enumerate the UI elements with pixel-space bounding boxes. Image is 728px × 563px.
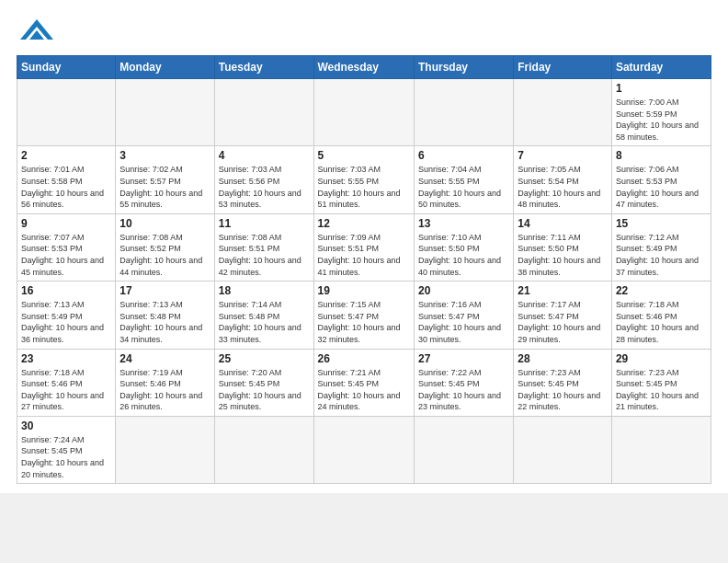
calendar-cell: 7Sunrise: 7:05 AM Sunset: 5:54 PM Daylig… [514,146,612,213]
day-info: Sunrise: 7:10 AM Sunset: 5:50 PM Dayligh… [418,232,509,278]
day-number: 29 [616,352,707,365]
weekday-header-thursday: Thursday [414,56,513,79]
day-number: 2 [21,149,111,162]
day-number: 12 [318,217,410,230]
weekday-header-row: SundayMondayTuesdayWednesdayThursdayFrid… [17,56,711,79]
week-row-1: 2Sunrise: 7:01 AM Sunset: 5:58 PM Daylig… [17,146,711,213]
day-info: Sunrise: 7:02 AM Sunset: 5:57 PM Dayligh… [119,164,210,210]
day-info: Sunrise: 7:08 AM Sunset: 5:51 PM Dayligh… [219,232,310,278]
day-info: Sunrise: 7:17 AM Sunset: 5:47 PM Dayligh… [518,299,608,345]
day-info: Sunrise: 7:22 AM Sunset: 5:45 PM Dayligh… [418,367,509,413]
day-number: 7 [518,149,608,162]
calendar-cell: 27Sunrise: 7:22 AM Sunset: 5:45 PM Dayli… [414,349,513,416]
calendar-cell [116,79,214,146]
calendar-cell: 22Sunrise: 7:18 AM Sunset: 5:46 PM Dayli… [611,282,711,349]
calendar-cell [414,416,513,483]
day-info: Sunrise: 7:07 AM Sunset: 5:53 PM Dayligh… [21,232,111,278]
calendar-cell: 5Sunrise: 7:03 AM Sunset: 5:55 PM Daylig… [313,146,414,213]
calendar-cell: 2Sunrise: 7:01 AM Sunset: 5:58 PM Daylig… [17,146,116,213]
day-info: Sunrise: 7:11 AM Sunset: 5:50 PM Dayligh… [518,232,608,278]
weekday-header-wednesday: Wednesday [313,56,414,79]
day-number: 19 [318,284,410,297]
calendar-cell: 24Sunrise: 7:19 AM Sunset: 5:46 PM Dayli… [116,349,214,416]
day-info: Sunrise: 7:05 AM Sunset: 5:54 PM Dayligh… [518,164,608,210]
day-number: 1 [616,82,707,95]
page: SundayMondayTuesdayWednesdayThursdayFrid… [0,0,728,493]
calendar-cell [313,416,414,483]
day-number: 6 [418,149,509,162]
day-number: 17 [119,284,210,297]
calendar-cell: 21Sunrise: 7:17 AM Sunset: 5:47 PM Dayli… [514,282,612,349]
calendar-cell [116,416,214,483]
calendar-cell [514,416,612,483]
day-info: Sunrise: 7:24 AM Sunset: 5:45 PM Dayligh… [21,434,111,480]
day-number: 14 [518,217,608,230]
day-number: 3 [119,149,210,162]
logo [17,17,53,46]
week-row-3: 16Sunrise: 7:13 AM Sunset: 5:49 PM Dayli… [17,282,711,349]
calendar-cell [17,79,116,146]
calendar-cell: 25Sunrise: 7:20 AM Sunset: 5:45 PM Dayli… [214,349,313,416]
day-number: 24 [119,352,210,365]
weekday-header-saturday: Saturday [611,56,711,79]
day-info: Sunrise: 7:14 AM Sunset: 5:48 PM Dayligh… [219,299,310,345]
day-info: Sunrise: 7:00 AM Sunset: 5:59 PM Dayligh… [616,97,707,143]
calendar-cell: 11Sunrise: 7:08 AM Sunset: 5:51 PM Dayli… [214,213,313,281]
week-row-4: 23Sunrise: 7:18 AM Sunset: 5:46 PM Dayli… [17,349,711,416]
calendar-cell [514,79,612,146]
calendar-cell [214,79,313,146]
weekday-header-tuesday: Tuesday [214,56,313,79]
weekday-header-friday: Friday [514,56,612,79]
calendar-cell: 12Sunrise: 7:09 AM Sunset: 5:51 PM Dayli… [313,213,414,281]
week-row-0: 1Sunrise: 7:00 AM Sunset: 5:59 PM Daylig… [17,79,711,146]
day-number: 18 [219,284,310,297]
day-number: 28 [518,352,608,365]
week-row-2: 9Sunrise: 7:07 AM Sunset: 5:53 PM Daylig… [17,213,711,281]
calendar-cell [214,416,313,483]
calendar-cell: 20Sunrise: 7:16 AM Sunset: 5:47 PM Dayli… [414,282,513,349]
calendar-cell: 9Sunrise: 7:07 AM Sunset: 5:53 PM Daylig… [17,213,116,281]
day-info: Sunrise: 7:18 AM Sunset: 5:46 PM Dayligh… [21,367,111,413]
day-info: Sunrise: 7:04 AM Sunset: 5:55 PM Dayligh… [418,164,509,210]
logo-icon [20,17,53,42]
day-info: Sunrise: 7:16 AM Sunset: 5:47 PM Dayligh… [418,299,509,345]
week-row-5: 30Sunrise: 7:24 AM Sunset: 5:45 PM Dayli… [17,416,711,483]
day-number: 21 [518,284,608,297]
day-info: Sunrise: 7:12 AM Sunset: 5:49 PM Dayligh… [616,232,707,278]
calendar-cell: 3Sunrise: 7:02 AM Sunset: 5:57 PM Daylig… [116,146,214,213]
day-number: 13 [418,217,509,230]
day-number: 16 [21,284,111,297]
day-info: Sunrise: 7:01 AM Sunset: 5:58 PM Dayligh… [21,164,111,210]
calendar-cell: 30Sunrise: 7:24 AM Sunset: 5:45 PM Dayli… [17,416,116,483]
calendar-cell: 29Sunrise: 7:23 AM Sunset: 5:45 PM Dayli… [611,349,711,416]
day-number: 8 [616,149,707,162]
day-number: 25 [219,352,310,365]
calendar-cell: 4Sunrise: 7:03 AM Sunset: 5:56 PM Daylig… [214,146,313,213]
calendar-cell: 8Sunrise: 7:06 AM Sunset: 5:53 PM Daylig… [611,146,711,213]
day-info: Sunrise: 7:03 AM Sunset: 5:55 PM Dayligh… [318,164,410,210]
day-number: 10 [119,217,210,230]
day-info: Sunrise: 7:09 AM Sunset: 5:51 PM Dayligh… [318,232,410,278]
day-info: Sunrise: 7:15 AM Sunset: 5:47 PM Dayligh… [318,299,410,345]
day-number: 9 [21,217,111,230]
day-number: 27 [418,352,509,365]
day-info: Sunrise: 7:08 AM Sunset: 5:52 PM Dayligh… [119,232,210,278]
calendar-cell: 16Sunrise: 7:13 AM Sunset: 5:49 PM Dayli… [17,282,116,349]
day-number: 26 [318,352,410,365]
day-number: 22 [616,284,707,297]
calendar-cell: 17Sunrise: 7:13 AM Sunset: 5:48 PM Dayli… [116,282,214,349]
day-number: 20 [418,284,509,297]
day-info: Sunrise: 7:19 AM Sunset: 5:46 PM Dayligh… [119,367,210,413]
calendar-cell: 14Sunrise: 7:11 AM Sunset: 5:50 PM Dayli… [514,213,612,281]
calendar-cell: 1Sunrise: 7:00 AM Sunset: 5:59 PM Daylig… [611,79,711,146]
day-info: Sunrise: 7:18 AM Sunset: 5:46 PM Dayligh… [616,299,707,345]
calendar: SundayMondayTuesdayWednesdayThursdayFrid… [17,55,711,484]
day-info: Sunrise: 7:23 AM Sunset: 5:45 PM Dayligh… [518,367,608,413]
day-info: Sunrise: 7:21 AM Sunset: 5:45 PM Dayligh… [318,367,410,413]
header [17,17,711,46]
day-info: Sunrise: 7:20 AM Sunset: 5:45 PM Dayligh… [219,367,310,413]
day-info: Sunrise: 7:23 AM Sunset: 5:45 PM Dayligh… [616,367,707,413]
day-number: 30 [21,419,111,432]
calendar-cell: 23Sunrise: 7:18 AM Sunset: 5:46 PM Dayli… [17,349,116,416]
day-number: 4 [219,149,310,162]
